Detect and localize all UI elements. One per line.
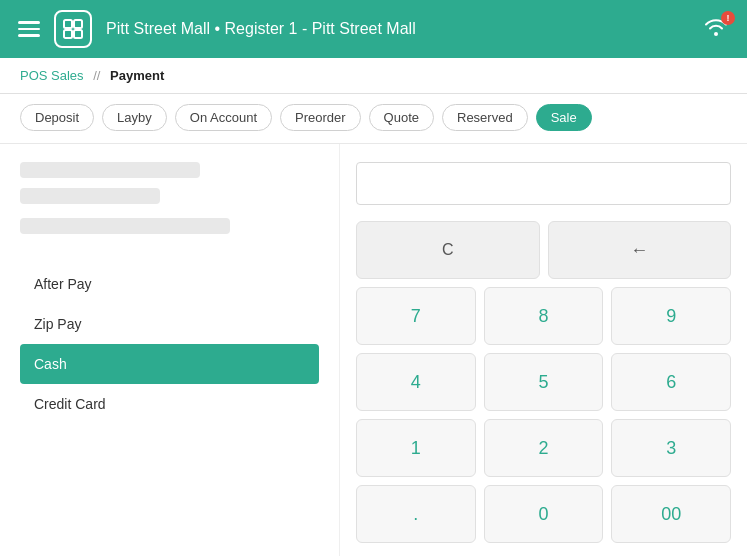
payment-method-credit-card[interactable]: Credit Card	[20, 384, 319, 424]
svg-rect-0	[64, 20, 72, 28]
tab-quote[interactable]: Quote	[369, 104, 434, 131]
backspace-button[interactable]: ←	[548, 221, 732, 279]
tab-deposit[interactable]: Deposit	[20, 104, 94, 131]
keypad: C ← 789456123.000	[356, 221, 731, 543]
tab-preorder[interactable]: Preorder	[280, 104, 361, 131]
left-panel: After PayZip PayCashCredit Card	[0, 144, 340, 556]
app-container: Pitt Street Mall • Register 1 - Pitt Str…	[0, 0, 747, 556]
keypad-action-row: C ←	[356, 221, 731, 279]
breadcrumb-separator: //	[93, 68, 100, 83]
key-9[interactable]: 9	[611, 287, 731, 345]
tab-sale[interactable]: Sale	[536, 104, 592, 131]
app-logo-icon	[54, 10, 92, 48]
keypad-row-3: .000	[356, 485, 731, 543]
key-7[interactable]: 7	[356, 287, 476, 345]
key-0[interactable]: 0	[484, 485, 604, 543]
breadcrumb: POS Sales // Payment	[20, 68, 727, 83]
breadcrumb-pos-sales-link[interactable]: POS Sales	[20, 68, 84, 83]
payment-methods-list: After PayZip PayCashCredit Card	[20, 264, 319, 424]
skeleton-line-3	[20, 218, 230, 234]
keypad-row-2: 123	[356, 419, 731, 477]
payment-method-after-pay[interactable]: After Pay	[20, 264, 319, 304]
breadcrumb-bar: POS Sales // Payment	[0, 58, 747, 94]
wifi-icon: !	[703, 15, 729, 43]
key-4[interactable]: 4	[356, 353, 476, 411]
keypad-row-1: 456	[356, 353, 731, 411]
clear-button[interactable]: C	[356, 221, 540, 279]
skeleton-line-1	[20, 162, 200, 178]
breadcrumb-current: Payment	[110, 68, 164, 83]
amount-input[interactable]	[356, 162, 731, 205]
key-1[interactable]: 1	[356, 419, 476, 477]
keypad-row-0: 789	[356, 287, 731, 345]
header: Pitt Street Mall • Register 1 - Pitt Str…	[0, 0, 747, 58]
key-.[interactable]: .	[356, 485, 476, 543]
tab-reserved[interactable]: Reserved	[442, 104, 528, 131]
tab-on-account[interactable]: On Account	[175, 104, 272, 131]
skeleton-line-2	[20, 188, 160, 204]
main-content: After PayZip PayCashCredit Card C ← 7894…	[0, 144, 747, 556]
payment-method-cash[interactable]: Cash	[20, 344, 319, 384]
key-6[interactable]: 6	[611, 353, 731, 411]
tab-layby[interactable]: Layby	[102, 104, 167, 131]
tab-bar: DepositLaybyOn AccountPreorderQuoteReser…	[0, 94, 747, 144]
key-3[interactable]: 3	[611, 419, 731, 477]
svg-rect-3	[74, 30, 82, 38]
key-8[interactable]: 8	[484, 287, 604, 345]
menu-icon[interactable]	[18, 21, 40, 37]
key-00[interactable]: 00	[611, 485, 731, 543]
wifi-alert-badge: !	[721, 11, 735, 25]
key-2[interactable]: 2	[484, 419, 604, 477]
header-title: Pitt Street Mall • Register 1 - Pitt Str…	[106, 20, 689, 38]
payment-method-zip-pay[interactable]: Zip Pay	[20, 304, 319, 344]
svg-rect-2	[64, 30, 72, 38]
svg-rect-1	[74, 20, 82, 28]
right-panel: C ← 789456123.000	[340, 144, 747, 556]
key-5[interactable]: 5	[484, 353, 604, 411]
